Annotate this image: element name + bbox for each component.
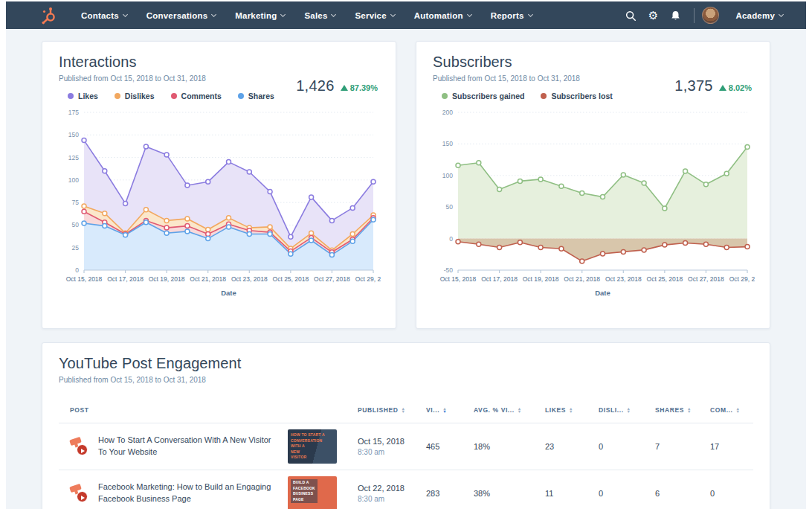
svg-text:Oct 29, 2018: Oct 29, 2018 — [729, 275, 755, 283]
likes-cell: 11 — [545, 489, 599, 498]
sort-arrows-icon: ▲▼ — [442, 407, 447, 413]
chevron-down-icon — [390, 12, 396, 17]
trend-up-icon — [719, 85, 726, 91]
svg-text:Oct 17, 2018: Oct 17, 2018 — [481, 275, 518, 283]
nav-item-conversations[interactable]: Conversations — [146, 11, 216, 20]
subscribers-metric: 1,375 8.02% — [674, 77, 752, 95]
chevron-down-icon — [331, 12, 336, 17]
svg-text:Oct 27, 2018: Oct 27, 2018 — [314, 275, 350, 283]
post-cell: Facebook Marketing: How to Build an Enga… — [70, 476, 358, 509]
nav-item-sales[interactable]: Sales — [304, 11, 335, 20]
svg-text:50: 50 — [72, 221, 80, 228]
svg-text:Oct 25, 2018: Oct 25, 2018 — [647, 275, 683, 283]
post-title-link[interactable]: How To Start A Conversation With A New V… — [98, 435, 279, 458]
svg-text:Oct 29, 2018: Oct 29, 2018 — [355, 275, 381, 283]
column-header-avg-pct-viewed[interactable]: AVG. % VI...▲▼ — [474, 406, 545, 414]
nav-item-label: Sales — [304, 11, 327, 20]
column-header-shares[interactable]: SHARES▲▼ — [655, 406, 710, 414]
subscribers-card: Subscribers Published from Oct 15, 2018 … — [416, 41, 770, 329]
subscribers-chart[interactable]: -50050100150200Oct 15, 2018Oct 17, 2018O… — [433, 103, 755, 298]
nav-item-service[interactable]: Service — [355, 11, 394, 20]
gained-dot-icon — [442, 93, 448, 99]
legend-item-subscribers-gained[interactable]: Subscribers gained — [442, 92, 524, 100]
likes-cell: 23 — [545, 442, 599, 451]
svg-text:Oct 17, 2018: Oct 17, 2018 — [107, 275, 144, 283]
table-header-row: POST PUBLISHED▲▼ VI...▲▼ AVG. % VI...▲▼ … — [59, 399, 753, 423]
nav-divider — [694, 8, 695, 23]
video-thumbnail[interactable]: HOW TO START A CONVERSATION WITH A NEW V… — [288, 429, 337, 464]
views-cell: 465 — [426, 442, 474, 451]
chevron-down-icon — [779, 12, 784, 17]
svg-text:Oct 23, 2018: Oct 23, 2018 — [605, 275, 642, 283]
column-header-published[interactable]: PUBLISHED▲▼ — [358, 406, 426, 414]
nav-item-contacts[interactable]: Contacts — [81, 11, 127, 20]
chevron-down-icon — [528, 12, 533, 17]
likes-dot-icon — [68, 93, 74, 99]
svg-text:Oct 27, 2018: Oct 27, 2018 — [688, 275, 724, 283]
subscribers-total: 1,375 — [674, 77, 713, 95]
sort-arrows-icon: ▲▼ — [569, 407, 573, 413]
settings-gear-icon[interactable]: ⚙ — [642, 4, 664, 27]
thumbnail-person-figure — [316, 435, 332, 461]
column-header-views[interactable]: VI...▲▼ — [426, 406, 474, 414]
interactions-metric: 1,426 87.39% — [296, 77, 378, 95]
nav-item-label: Automation — [414, 11, 463, 20]
academy-youtube-icon — [70, 484, 89, 502]
interactions-chart[interactable]: 0255075100125150175Oct 15, 2018Oct 17, 2… — [59, 103, 381, 298]
notifications-bell-icon[interactable] — [664, 4, 686, 27]
legend-item-subscribers-lost[interactable]: Subscribers lost — [541, 92, 612, 100]
views-cell: 283 — [426, 489, 474, 498]
table-row: Facebook Marketing: How to Build an Enga… — [59, 470, 753, 509]
dislikes-dot-icon — [115, 93, 120, 99]
column-header-comments[interactable]: COM...▲▼ — [710, 406, 753, 414]
svg-text:150: 150 — [68, 131, 79, 138]
video-thumbnail[interactable]: BUILD A FACEBOOK BUSINESS PAGE — [288, 476, 337, 509]
shares-dot-icon — [238, 93, 244, 99]
avg-pct-viewed-cell: 38% — [474, 489, 545, 498]
academy-youtube-icon — [70, 438, 89, 455]
app-page: Contacts Conversations Marketing Sales S… — [6, 1, 806, 509]
svg-text:25: 25 — [72, 244, 80, 252]
svg-text:0: 0 — [75, 266, 79, 274]
avg-pct-viewed-cell: 18% — [474, 442, 545, 451]
comments-cell: 0 — [710, 489, 753, 498]
interactions-total: 1,426 — [296, 77, 335, 95]
comments-cell: 17 — [710, 442, 753, 451]
table-subtitle: Published from Oct 15, 2018 to Oct 31, 2… — [59, 376, 753, 384]
legend-item-comments[interactable]: Comments — [171, 92, 222, 100]
post-title-link[interactable]: Facebook Marketing: How to Build an Enga… — [98, 481, 279, 505]
svg-text:Date: Date — [595, 289, 610, 297]
table-row: How To Start A Conversation With A New V… — [59, 423, 753, 470]
svg-text:Oct 21, 2018: Oct 21, 2018 — [190, 275, 226, 283]
dashboard-main: Interactions Published from Oct 15, 2018… — [42, 41, 770, 509]
nav-item-label: Reports — [491, 11, 524, 20]
nav-item-marketing[interactable]: Marketing — [235, 11, 285, 20]
avatar[interactable] — [702, 7, 719, 24]
svg-text:50: 50 — [446, 203, 454, 211]
sort-arrows-icon: ▲▼ — [518, 407, 522, 413]
nav-item-reports[interactable]: Reports — [491, 11, 532, 20]
hubspot-sprocket-logo[interactable] — [39, 6, 61, 25]
shares-cell: 7 — [655, 442, 710, 451]
column-header-likes[interactable]: LIKES▲▼ — [545, 406, 599, 414]
svg-text:200: 200 — [442, 109, 453, 116]
nav-item-automation[interactable]: Automation — [414, 11, 471, 20]
interactions-title: Interactions — [59, 54, 379, 71]
legend-item-dislikes[interactable]: Dislikes — [115, 92, 155, 100]
svg-text:100: 100 — [442, 172, 453, 179]
nav-item-label: Conversations — [146, 11, 207, 20]
legend-item-likes[interactable]: Likes — [68, 92, 98, 100]
subscribers-title: Subscribers — [433, 54, 753, 71]
subscribers-delta: 8.02% — [719, 83, 752, 92]
legend-item-shares[interactable]: Shares — [238, 92, 274, 100]
account-menu-label: Academy — [735, 11, 775, 20]
svg-text:Date: Date — [221, 289, 236, 297]
search-icon[interactable] — [619, 4, 642, 27]
nav-item-label: Marketing — [235, 11, 277, 20]
svg-text:Oct 19, 2018: Oct 19, 2018 — [149, 275, 185, 283]
account-menu-academy[interactable]: Academy — [735, 11, 783, 20]
nav-item-label: Service — [355, 11, 386, 20]
chevron-down-icon — [467, 12, 472, 17]
column-header-dislikes[interactable]: DISLI...▲▼ — [599, 406, 655, 414]
table-title: YouTube Post Engagement — [59, 355, 753, 372]
